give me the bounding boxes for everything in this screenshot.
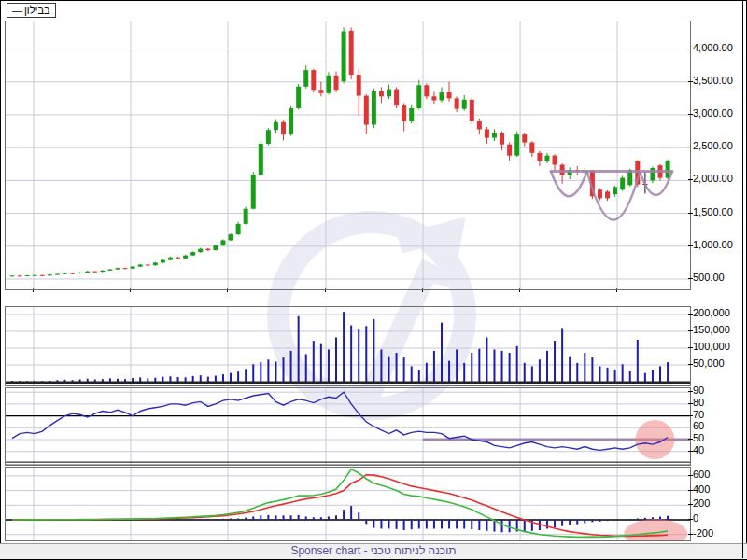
x-axis: 01-10-201101-01-201201-04-201201-07-2012… xyxy=(0,287,747,306)
legend-series-name: בבילון xyxy=(24,5,50,16)
rsi-panel[interactable] xyxy=(5,387,691,466)
volume-bars xyxy=(12,312,668,382)
volume-panel[interactable] xyxy=(5,306,691,386)
price-gridlines xyxy=(6,21,690,289)
candles-layer xyxy=(10,27,670,276)
legend-line-symbol: — xyxy=(12,5,21,16)
macd-panel[interactable] xyxy=(5,467,691,541)
volume-gridlines xyxy=(6,307,690,385)
macd-highlight-ellipse xyxy=(624,519,687,540)
status-text: Sponser chart - תוכנה לניתוח טכני xyxy=(290,544,456,557)
rsi-highlight-circle xyxy=(635,420,674,459)
price-panel[interactable] xyxy=(5,21,691,290)
window-right-edge xyxy=(742,0,743,558)
volume-baseline xyxy=(6,382,690,385)
rsi-line xyxy=(12,392,668,450)
legend-box[interactable]: —בבילון xyxy=(7,3,56,18)
macd-gridlines xyxy=(6,468,690,540)
status-bar: Sponser chart - תוכנה לניתוח טכני xyxy=(0,543,747,560)
macd-main-line xyxy=(12,469,668,538)
